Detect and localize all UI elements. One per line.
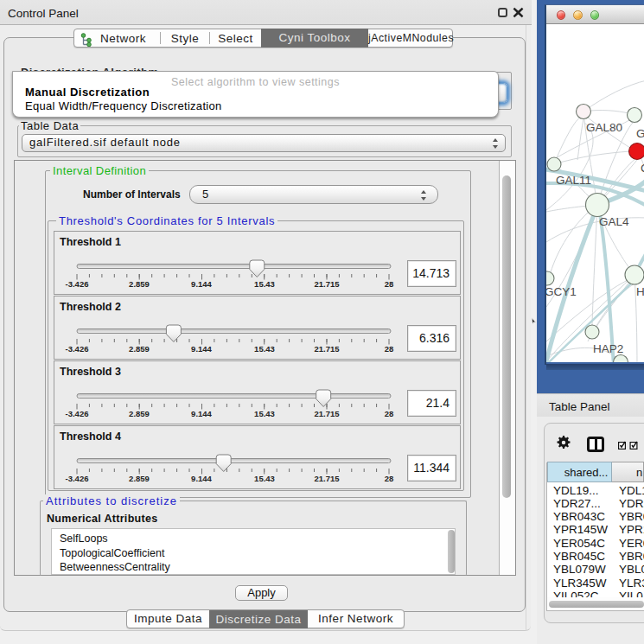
svg-text:GAL4: GAL4 — [599, 215, 629, 228]
svg-text:C: C — [641, 162, 644, 175]
svg-text:H: H — [636, 285, 644, 298]
svg-text:GAL80: GAL80 — [586, 121, 622, 134]
svg-text:GA: GA — [636, 127, 644, 140]
svg-text:GCY1: GCY1 — [546, 285, 577, 298]
svg-text:HAP2: HAP2 — [593, 342, 623, 355]
svg-text:GAL11: GAL11 — [556, 174, 591, 187]
